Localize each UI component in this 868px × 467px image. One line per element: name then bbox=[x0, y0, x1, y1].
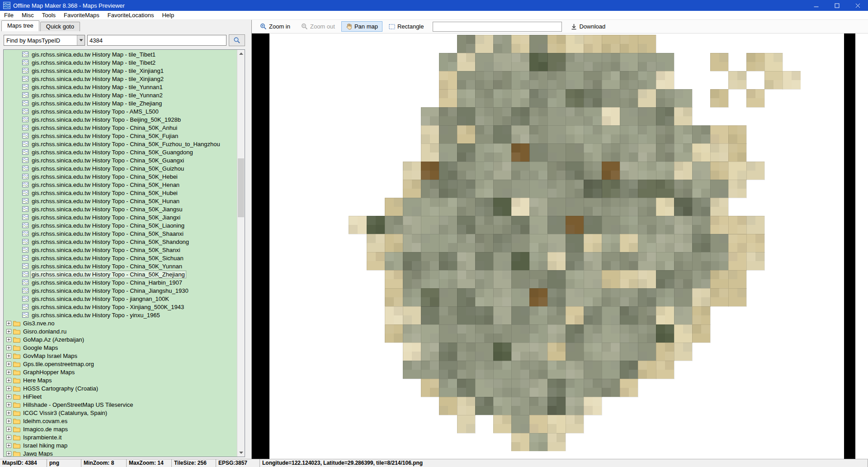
tree-folder[interactable]: Gis3.nve.no bbox=[4, 319, 236, 327]
menu-misc[interactable]: Misc bbox=[18, 11, 38, 20]
tree-item-label: gis.rchss.sinica.edu.tw History Topo - y… bbox=[31, 312, 161, 319]
tree-item-label: gis.rchss.sinica.edu.tw History Topo - X… bbox=[31, 304, 185, 310]
search-button[interactable] bbox=[229, 34, 245, 46]
expand-plus-icon[interactable] bbox=[6, 443, 11, 448]
tree-item[interactable]: gis.rchss.sinica.edu.tw History Topo - C… bbox=[4, 238, 236, 246]
tab-quick-goto[interactable]: Quick goto bbox=[40, 22, 80, 31]
tree-item[interactable]: gis.rchss.sinica.edu.tw History Topo - C… bbox=[4, 270, 236, 278]
tree-folder[interactable]: Israel hiking map bbox=[4, 441, 236, 449]
menu-favoritemaps[interactable]: FavoriteMaps bbox=[60, 11, 104, 20]
maximize-button[interactable] bbox=[826, 0, 847, 11]
expand-plus-icon[interactable] bbox=[6, 419, 11, 424]
expand-plus-icon[interactable] bbox=[6, 427, 11, 432]
tree-folder[interactable]: HiFleet bbox=[4, 392, 236, 400]
tree-folder[interactable]: Hillshade - OpenStreetMap US Tileservice bbox=[4, 400, 236, 409]
tree-item[interactable]: gis.rchss.sinica.edu.tw History Map - ti… bbox=[4, 91, 236, 99]
tree-item-label: gis.rchss.sinica.edu.tw History Topo - C… bbox=[31, 230, 184, 237]
tree-item[interactable]: gis.rchss.sinica.edu.tw History Topo - C… bbox=[4, 197, 236, 205]
expand-plus-icon[interactable] bbox=[6, 370, 11, 375]
close-button[interactable] bbox=[847, 0, 868, 11]
tree-folder[interactable]: Ideihm.covam.es bbox=[4, 417, 236, 425]
expand-plus-icon[interactable] bbox=[6, 329, 11, 334]
expand-plus-icon[interactable] bbox=[6, 321, 11, 326]
tree-folder[interactable]: ICGC Vissir3 (Catalunya, Spain) bbox=[4, 409, 236, 417]
tree-item[interactable]: gis.rchss.sinica.edu.tw History Topo - A… bbox=[4, 107, 236, 115]
tree-item[interactable]: gis.rchss.sinica.edu.tw History Topo - C… bbox=[4, 124, 236, 132]
minimize-button[interactable] bbox=[806, 0, 826, 11]
tree-item[interactable]: gis.rchss.sinica.edu.tw History Topo - C… bbox=[4, 286, 236, 295]
zoom-out-button[interactable]: Zoom out bbox=[297, 21, 340, 32]
tree-item[interactable]: gis.rchss.sinica.edu.tw History Topo - C… bbox=[4, 278, 236, 286]
tree-folder[interactable]: Gps.tile.openstreetmap.org bbox=[4, 360, 236, 368]
tree-folder[interactable]: Google Maps bbox=[4, 343, 236, 352]
tree-item[interactable]: gis.rchss.sinica.edu.tw History Topo - C… bbox=[4, 132, 236, 140]
find-by-dropdown[interactable]: Find by MapsTypeID bbox=[4, 35, 85, 46]
tree-item-label: gis.rchss.sinica.edu.tw History Map - ti… bbox=[31, 67, 165, 74]
tree-item[interactable]: gis.rchss.sinica.edu.tw History Topo - C… bbox=[4, 172, 236, 181]
expand-plus-icon[interactable] bbox=[6, 402, 11, 407]
tree-item[interactable]: gis.rchss.sinica.edu.tw History Topo - C… bbox=[4, 189, 236, 197]
expand-plus-icon[interactable] bbox=[6, 345, 11, 350]
menu-file[interactable]: File bbox=[0, 11, 18, 20]
tree-item-label: gis.rchss.sinica.edu.tw History Topo - C… bbox=[31, 263, 183, 270]
tree-folder[interactable]: HGSS Cartography (Croatia) bbox=[4, 384, 236, 392]
expand-plus-icon[interactable] bbox=[6, 435, 11, 440]
tree-item[interactable]: gis.rchss.sinica.edu.tw History Topo - C… bbox=[4, 205, 236, 213]
tree-item[interactable]: gis.rchss.sinica.edu.tw History Topo - C… bbox=[4, 213, 236, 221]
tree-scrollbar[interactable] bbox=[237, 50, 245, 457]
scroll-up-icon[interactable] bbox=[237, 50, 245, 57]
tree-item[interactable]: gis.rchss.sinica.edu.tw History Topo - C… bbox=[4, 164, 236, 172]
rectangle-button[interactable]: Rectangle bbox=[384, 21, 429, 32]
toolbar-input[interactable] bbox=[433, 22, 562, 32]
expand-plus-icon[interactable] bbox=[6, 362, 11, 367]
tree-folder[interactable]: Isprambiente.it bbox=[4, 433, 236, 441]
tree-item[interactable]: gis.rchss.sinica.edu.tw History Map - ti… bbox=[4, 99, 236, 107]
tree-folder[interactable]: Jawg Maps bbox=[4, 449, 236, 456]
tree-item[interactable]: gis.rchss.sinica.edu.tw History Topo - C… bbox=[4, 221, 236, 229]
tree-item[interactable]: gis.rchss.sinica.edu.tw History Topo - y… bbox=[4, 311, 236, 319]
tree-folder[interactable]: Gisro.donland.ru bbox=[4, 327, 236, 335]
tree-item[interactable]: gis.rchss.sinica.edu.tw History Map - ti… bbox=[4, 83, 236, 91]
scroll-down-icon[interactable] bbox=[237, 449, 245, 457]
tree-item[interactable]: gis.rchss.sinica.edu.tw History Map - ti… bbox=[4, 58, 236, 67]
pan-map-button[interactable]: Pan map bbox=[341, 21, 382, 32]
tree-item[interactable]: gis.rchss.sinica.edu.tw History Topo - C… bbox=[4, 246, 236, 254]
tree-item[interactable]: gis.rchss.sinica.edu.tw History Topo - C… bbox=[4, 156, 236, 164]
tree-folder[interactable]: Here Maps bbox=[4, 376, 236, 384]
download-button[interactable]: Download bbox=[566, 21, 610, 32]
menu-tools[interactable]: Tools bbox=[38, 11, 60, 20]
map-viewport[interactable] bbox=[252, 33, 868, 459]
scrollbar-thumb[interactable] bbox=[238, 158, 244, 217]
expand-plus-icon[interactable] bbox=[6, 451, 11, 456]
menu-favoritelocations[interactable]: FavoriteLocations bbox=[104, 11, 158, 20]
folder-icon bbox=[13, 443, 20, 448]
expand-plus-icon[interactable] bbox=[6, 378, 11, 383]
tree-item[interactable]: gis.rchss.sinica.edu.tw History Topo - C… bbox=[4, 262, 236, 270]
tree-item[interactable]: gis.rchss.sinica.edu.tw History Topo - C… bbox=[4, 181, 236, 189]
tree-folder[interactable]: GraphHopper Maps bbox=[4, 368, 236, 376]
search-input[interactable] bbox=[87, 35, 226, 46]
tree-item[interactable]: gis.rchss.sinica.edu.tw History Map - ti… bbox=[4, 75, 236, 83]
expand-plus-icon[interactable] bbox=[6, 410, 11, 415]
tree-item[interactable]: gis.rchss.sinica.edu.tw History Map - ti… bbox=[4, 50, 236, 58]
tree-item[interactable]: gis.rchss.sinica.edu.tw History Topo - B… bbox=[4, 115, 236, 124]
menu-help[interactable]: Help bbox=[158, 11, 178, 20]
expand-plus-icon[interactable] bbox=[6, 386, 11, 391]
tab-maps-tree[interactable]: Maps tree bbox=[1, 20, 39, 31]
tree-item[interactable]: gis.rchss.sinica.edu.tw History Topo - j… bbox=[4, 295, 236, 303]
tree-item[interactable]: gis.rchss.sinica.edu.tw History Topo - X… bbox=[4, 303, 236, 311]
map-canvas[interactable] bbox=[349, 35, 801, 451]
tree-item[interactable]: gis.rchss.sinica.edu.tw History Map - ti… bbox=[4, 67, 236, 75]
tree-folder[interactable]: Imagico.de maps bbox=[4, 425, 236, 433]
expand-plus-icon[interactable] bbox=[6, 394, 11, 399]
tree-folder[interactable]: GoMap.Az (Azerbaijan) bbox=[4, 335, 236, 343]
maximize-icon bbox=[835, 3, 840, 8]
expand-plus-icon[interactable] bbox=[6, 353, 11, 358]
expand-plus-icon[interactable] bbox=[6, 337, 11, 342]
tree-item[interactable]: gis.rchss.sinica.edu.tw History Topo - C… bbox=[4, 140, 236, 148]
tree-item[interactable]: gis.rchss.sinica.edu.tw History Topo - C… bbox=[4, 229, 236, 238]
tree-item[interactable]: gis.rchss.sinica.edu.tw History Topo - C… bbox=[4, 148, 236, 156]
tree-item[interactable]: gis.rchss.sinica.edu.tw History Topo - C… bbox=[4, 254, 236, 262]
zoom-in-button[interactable]: Zoom in bbox=[255, 21, 295, 32]
tree-folder[interactable]: GovMap Israel Maps bbox=[4, 352, 236, 360]
